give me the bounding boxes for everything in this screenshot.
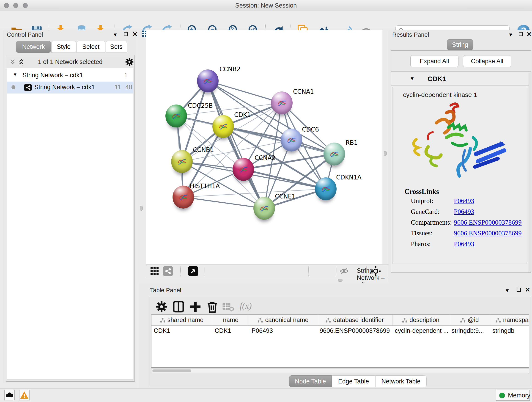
crosslink-link[interactable]: 9606.ENSP00000378699 xyxy=(454,230,522,237)
network-node-CCNA1[interactable] xyxy=(271,91,293,114)
node-label-CCNB1: CCNB1 xyxy=(193,146,214,153)
results-panel-close-icon[interactable]: ✕ xyxy=(526,31,532,38)
protein-ribbon-thumb-icon xyxy=(276,97,288,109)
collapse-all-button[interactable]: Collapse All xyxy=(463,55,511,67)
network-node-CDC6[interactable] xyxy=(281,128,302,152)
results-panel-collapse-icon[interactable]: ▼ xyxy=(508,32,513,38)
network-view-mode-icon[interactable] xyxy=(163,266,173,276)
tab-node-table[interactable]: Node Table xyxy=(289,375,332,387)
add-column-icon[interactable] xyxy=(190,301,201,313)
fit-selected-crosshair-icon[interactable] xyxy=(370,266,381,276)
control-panel-float-icon[interactable] xyxy=(124,32,128,36)
separator xyxy=(366,266,367,276)
network-collection-label: String Network – cdk1 xyxy=(22,72,83,79)
separator xyxy=(308,266,309,276)
protein-ribbon-thumb-icon xyxy=(170,110,182,122)
table-panel: Table Panel ▼ ✕ f(x) shar xyxy=(139,283,532,388)
tab-network[interactable]: Network xyxy=(16,41,51,53)
network-row-label: String Network – cdk1 xyxy=(34,84,95,91)
edge-CCNA1-CCNB2[interactable] xyxy=(208,81,282,103)
crosslink-link[interactable]: P06493 xyxy=(454,240,474,248)
birds-eye-view-icon[interactable] xyxy=(188,266,198,276)
results-panel: Results Panel ▼ ✕ String Expand All Coll… xyxy=(388,30,532,283)
delete-table-icon[interactable] xyxy=(222,301,234,313)
protein-ribbon-thumb-icon xyxy=(177,191,190,203)
network-canvas[interactable]: CCNB2CCNA1CDC25BCDK1CDC6RB1CCNB1CCNA2CDK… xyxy=(146,30,382,264)
gear-icon[interactable] xyxy=(125,57,134,66)
separator xyxy=(180,266,181,276)
control-panel-collapse-icon[interactable]: ▼ xyxy=(113,32,118,38)
current-network-dot-icon xyxy=(12,85,15,89)
table-cell: stringdb:9... xyxy=(449,326,490,337)
control-panel-title: Control Panel xyxy=(7,31,43,38)
function-builder-icon[interactable]: f(x) xyxy=(240,301,252,311)
column-header-description[interactable]: description xyxy=(393,315,449,325)
network-collection-row[interactable]: ▼ String Network – cdk1 1 xyxy=(7,70,133,82)
horizontal-splitter-handle[interactable] xyxy=(338,279,342,282)
crosslink-row: Tissues:9606.ENSP00000378699 xyxy=(411,230,521,240)
tab-string[interactable]: String xyxy=(447,39,473,50)
column-header--id[interactable]: @id xyxy=(449,315,490,325)
network-row-selected[interactable]: String Network – cdk1 11 48 xyxy=(7,82,133,94)
network-node-CCNA2[interactable] xyxy=(233,158,254,181)
expand-all-button[interactable]: Expand All xyxy=(410,55,458,67)
control-panel-close-icon[interactable]: ✕ xyxy=(132,31,138,38)
table-panel-collapse-icon[interactable]: ▼ xyxy=(505,288,510,294)
network-node-RB1[interactable] xyxy=(323,143,345,166)
tab-network-table[interactable]: Network Table xyxy=(375,375,427,387)
protein-ribbon-thumb-icon xyxy=(285,134,298,146)
column-header-namespace[interactable]: namespace xyxy=(490,315,529,325)
column-header-shared-name[interactable]: shared name xyxy=(152,315,212,325)
column-header-name[interactable]: name xyxy=(212,315,249,325)
network-node-CCNB2[interactable] xyxy=(197,70,219,92)
table-panel-close-icon[interactable]: ✕ xyxy=(525,286,530,294)
node-entry-header[interactable]: ▼ CDK1 xyxy=(391,72,531,85)
show-columns-icon[interactable] xyxy=(172,301,184,313)
protein-ribbon-thumb-icon xyxy=(258,202,270,215)
network-tree: ▼ String Network – cdk1 1 String Network… xyxy=(7,68,133,380)
warning-status-button[interactable] xyxy=(19,390,30,400)
column-header-canonical-name[interactable]: canonical name xyxy=(249,315,317,325)
entry-expander-icon[interactable]: ▼ xyxy=(410,76,415,82)
left-splitter-handle[interactable] xyxy=(140,206,143,211)
edge-CCNA2-CDKN1A[interactable] xyxy=(243,169,326,189)
grid-view-icon[interactable] xyxy=(150,267,159,276)
separator xyxy=(205,266,205,276)
protein-ribbon-thumb-icon xyxy=(328,148,341,160)
results-panel-float-icon[interactable] xyxy=(519,32,523,36)
tree-expander-icon[interactable]: ▼ xyxy=(13,72,17,77)
crosslink-link[interactable]: 9606.ENSP00000378699 xyxy=(454,219,522,226)
tab-style[interactable]: Style xyxy=(51,41,76,53)
window-title: Session: New Session xyxy=(0,2,532,9)
network-node-CDC25B[interactable] xyxy=(165,104,187,128)
network-node-CCNB1[interactable] xyxy=(171,150,193,173)
table-horizontal-scrollbar[interactable] xyxy=(151,369,529,373)
table-row[interactable]: CDK1CDK1P064939606.ENSP00000378699cyclin… xyxy=(152,326,529,337)
table-panel-title: Table Panel xyxy=(150,287,181,294)
edges-layer xyxy=(146,30,382,264)
edge-HIST1H1A-CCNE1[interactable] xyxy=(183,197,264,208)
tab-select[interactable]: Select xyxy=(76,41,105,53)
crosslink-link[interactable]: P06493 xyxy=(454,197,474,205)
table-settings-gear-icon[interactable] xyxy=(156,301,167,313)
tab-edge-table[interactable]: Edge Table xyxy=(332,375,375,387)
scrollbar-thumb[interactable] xyxy=(152,370,191,372)
memory-button[interactable]: Memory xyxy=(496,390,530,401)
column-scope-icon xyxy=(258,318,263,322)
right-splitter-handle[interactable] xyxy=(384,151,387,156)
node-label-RB1: RB1 xyxy=(346,139,358,146)
delete-column-icon[interactable] xyxy=(206,301,218,313)
crosslink-link[interactable]: P06493 xyxy=(454,208,474,216)
network-node-CCNE1[interactable] xyxy=(253,197,275,220)
node-table: shared namenamecanonical namedatabase id… xyxy=(151,314,529,368)
cloud-status-button[interactable] xyxy=(4,390,15,400)
tab-sets[interactable]: Sets xyxy=(106,41,127,53)
node-label-CDKN1A: CDKN1A xyxy=(336,174,361,181)
network-node-CDK1[interactable] xyxy=(212,115,234,138)
network-node-CDKN1A[interactable] xyxy=(315,177,336,200)
table-panel-float-icon[interactable] xyxy=(517,288,521,292)
column-header-label: shared name xyxy=(167,317,204,324)
results-scrollbar-track[interactable] xyxy=(529,73,532,272)
column-header-database-identifier[interactable]: database identifier xyxy=(317,315,393,325)
hidden-items-eye-icon[interactable] xyxy=(340,268,349,275)
